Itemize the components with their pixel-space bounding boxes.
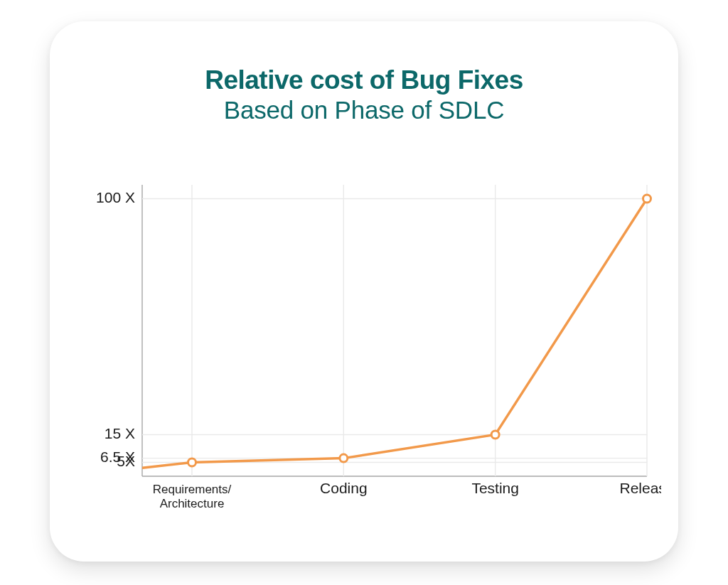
chart-subtitle: Based on Phase of SDLC xyxy=(50,96,678,124)
data-point-marker xyxy=(643,195,651,203)
data-point-marker xyxy=(340,454,348,462)
y-tick-label: 15 X xyxy=(105,425,135,441)
line-chart-svg: 5X6.5 X15 X100 X Requirements/Architectu… xyxy=(78,178,661,519)
x-tick-label: Release xyxy=(619,480,661,496)
x-tick-label: Requirements/ xyxy=(153,483,232,496)
chart-title: Relative cost of Bug Fixes xyxy=(50,65,678,96)
chart-card: Relative cost of Bug Fixes Based on Phas… xyxy=(50,21,678,562)
data-point-marker xyxy=(491,431,499,439)
x-tick-labels: Requirements/ArchitectureCodingTestingRe… xyxy=(153,480,661,510)
x-tick-label: Coding xyxy=(320,480,368,496)
series-markers xyxy=(188,195,651,466)
series-line xyxy=(142,199,647,468)
y-tick-label: 6.5 X xyxy=(100,449,135,465)
horizontal-gridlines xyxy=(142,199,647,463)
x-tick-label: Testing xyxy=(471,480,519,496)
plot-area: 5X6.5 X15 X100 X Requirements/Architectu… xyxy=(78,178,661,519)
y-tick-labels: 5X6.5 X15 X100 X xyxy=(96,189,135,469)
y-tick-label: 100 X xyxy=(96,189,135,205)
vertical-gridlines xyxy=(192,185,647,476)
data-point-marker xyxy=(188,458,196,466)
title-block: Relative cost of Bug Fixes Based on Phas… xyxy=(50,65,678,124)
x-tick-label: Architecture xyxy=(160,497,225,510)
